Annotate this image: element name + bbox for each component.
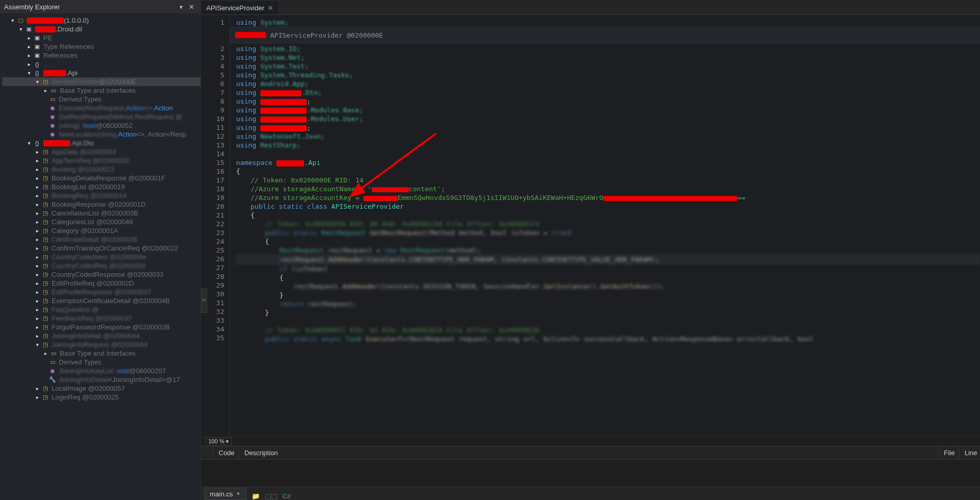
tree-item[interactable]: ▸◳CountryCodedReq @02000030 [2,261,201,270]
tree-item[interactable]: ▸◳BookingDetailsResponse @0200001F [2,174,201,182]
code-content[interactable]: using System; APIServiceProvider @020000… [230,15,980,436]
tree-assembly[interactable]: ▾ ▢ (1.0.0.0) [2,16,201,25]
toggle-icon[interactable]: ▸ [42,88,48,93]
tree-item[interactable]: ▸◳FaqQuestion @ [2,305,201,314]
tree-method[interactable]: ◉ JoiningInfoKeyList : void @06000207 [2,366,201,375]
tree-refs[interactable]: ▸ ▣ References [2,51,201,60]
toggle-icon[interactable]: ▸ [34,202,40,207]
toggle-icon[interactable]: ▸ [42,351,48,356]
toggle-icon[interactable]: ▸ [34,158,40,163]
tree-item[interactable]: ▸◳EditProfileResponse @02000037 [2,288,201,296]
tree-item[interactable]: ▸◳LoginReq @02000025 [2,393,201,402]
toggle-icon[interactable]: ▸ [34,315,40,321]
toggle-icon[interactable]: ▾ [34,342,40,347]
chevron-down-icon[interactable]: ▼ [236,491,241,496]
col-line[interactable]: Line [959,447,980,459]
toggle-icon[interactable]: ▾ [18,26,24,32]
toggle-icon[interactable]: ▸ [34,228,40,234]
toggle-icon[interactable]: ▸ [34,307,40,312]
tree-derived-types[interactable]: ▭ Derived Types [2,358,201,366]
tree-item[interactable]: ▸◳FeedbackReq @02000037 [2,314,201,323]
toggle-icon[interactable]: ▸ [34,193,40,198]
tree-typerefs[interactable]: ▸ ▣ Type References [2,42,201,51]
tree-label: … [43,60,50,68]
tree-property[interactable]: 🔧 JoiningInfoDetail <JoiningInfoDetail> … [2,375,201,384]
toggle-icon[interactable]: ▸ [26,44,32,49]
tree-item[interactable]: ▸◳ExemptionCertificateDetail @0200004B [2,296,201,305]
toggle-icon[interactable]: ▸ [34,210,40,216]
close-icon[interactable]: ✕ [268,4,273,12]
toggle-icon[interactable]: ▸ [34,237,40,242]
tree-item[interactable]: ▸◳AppData @02000053 [2,147,201,156]
save-icon[interactable]: 📁 [252,492,260,500]
bottom-tab-main[interactable]: main.cs ▼ [204,488,246,500]
close-icon[interactable]: ✕ [186,3,196,11]
tree-method-getrestrequest[interactable]: ◉ GetRestRequest(Method, RestRequest @ [2,112,201,121]
tree-pe[interactable]: ▸ ▣ PE [2,34,201,42]
tree-item[interactable]: ▸◳JoiningInfoDetail @02000044 [2,331,201,340]
col-description[interactable]: Description [239,447,939,459]
toggle-icon[interactable]: ▸ [34,263,40,269]
tree-derived-types[interactable]: ▭ Derived Types [2,95,201,104]
toggle-icon[interactable]: ▾ [34,79,40,85]
zoom-dropdown[interactable]: 100 % ▾ [205,438,232,445]
tree-item[interactable]: ▸◳LocalImage @02000057 [2,384,201,393]
tree-joininginforeq[interactable]: ▾ ◳ JoiningInfoRequest @02000044 [2,340,201,349]
toggle-icon[interactable]: ▾ [9,18,15,23]
tree-item[interactable]: ▸◳ForgotPasswordResponse @0200002B [2,323,201,331]
toggle-icon[interactable]: ▸ [26,53,32,58]
editor-tab[interactable]: APIServiceProvider ✕ [201,1,279,14]
toggle-icon[interactable]: ▸ [34,184,40,190]
tree-item[interactable]: ▸◳BookingReq @02000014 [2,191,201,200]
toggle-icon[interactable]: ▸ [34,272,40,277]
tree-apiserviceprovider[interactable]: ▾ ◳ ServiceProvider @0200000E [2,77,201,86]
class-icon: ◳ [41,289,49,296]
toggle-icon[interactable]: ▸ [34,333,40,339]
tree-item[interactable]: ▸◳CategoriesList @02000049 [2,218,201,226]
pin-icon[interactable]: ▾ [176,3,186,11]
tree-item[interactable]: ▸◳AppTermReq @02000030 [2,156,201,165]
toggle-icon[interactable]: ▸ [34,175,40,181]
tree-item[interactable]: ▸◳EditProfileReq @0200002D [2,279,201,288]
tree-label: Execute(RestRequest, [59,104,126,112]
toggle-icon[interactable]: ▸ [34,386,40,391]
toggle-icon[interactable]: ▸ [34,298,40,304]
tree-item[interactable]: ▸◳CountryCodedResponse @02000033 [2,270,201,279]
tree-item[interactable]: ▸◳ConfirmTrainingOrCancelReq @02000022 [2,244,201,253]
toggle-icon[interactable]: ▸ [34,245,40,251]
toggle-icon[interactable]: ▸ [34,289,40,295]
tree-ns-blank[interactable]: ▸ {} … [2,60,201,69]
toggle-icon[interactable]: ▾ [26,140,32,146]
toggle-icon[interactable]: ▾ [26,70,32,76]
toggle-icon[interactable]: ▸ [34,149,40,155]
col-file[interactable]: File [939,447,959,459]
tree-item[interactable]: ▸◳CountryCodedItem @0200006e [2,253,201,261]
side-strip[interactable]: IL [201,288,207,313]
toggle-icon[interactable]: ▸ [34,324,40,330]
tree-ns-dto[interactable]: ▾ {} .Api.Dto [2,139,201,147]
tree-method-execute[interactable]: ◉ Execute(RestRequest, Action <>, Action [2,104,201,112]
col-code[interactable]: Code [213,447,239,459]
toggle-icon[interactable]: ▸ [26,35,32,41]
tree-item[interactable]: ▸◳BookingResponse @0200001D [2,200,201,209]
tree-item[interactable]: ▸◳CancellationList @0200003B [2,209,201,218]
tree-base-types[interactable]: ▸ ▭ Base Type and Interfaces [2,349,201,358]
toggle-icon[interactable]: ▸ [34,166,40,172]
tree-ns-api[interactable]: ▾ {} .Api [2,69,201,77]
toggle-icon[interactable]: ▸ [34,219,40,225]
tree-item[interactable]: ▸◳Category @0200001A [2,226,201,235]
tree-module[interactable]: ▾ ▣ .Droid.dll [2,25,201,34]
tree-item[interactable]: ▸◳BookingList @02000019 [2,182,201,191]
tree-item[interactable]: ▸◳Booking @02000023 [2,165,201,174]
breadcrumb-band[interactable]: APIServiceProvider @0200000E [230,27,980,43]
toggle-icon[interactable]: ▸ [26,61,32,67]
toggle-icon[interactable]: ▸ [34,394,40,400]
tree-method-login[interactable]: ◉ (string) : bool @06000052 [2,121,201,130]
tree-method-newlocation[interactable]: ◉ NewLocation(string, Action <>, Action<… [2,130,201,139]
tree-item[interactable]: ▸◳CertificateDetail @02000036 [2,235,201,244]
tree-base-types[interactable]: ▸ ▭ Base Type and Interfaces [2,86,201,95]
toggle-icon[interactable]: ▸ [34,280,40,286]
toggle-icon[interactable]: ▸ [34,254,40,260]
binary-icon[interactable]: ⬚⬚ [265,492,277,500]
explorer-tree[interactable]: ▾ ▢ (1.0.0.0) ▾ ▣ .Droid.dll ▸ ▣ PE ▸ ▣ … [0,14,201,500]
